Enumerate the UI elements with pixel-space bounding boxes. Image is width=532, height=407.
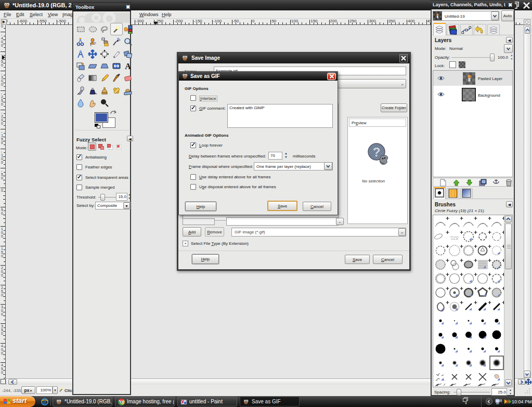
svg-text:?: ? — [373, 145, 381, 159]
svg-text:A: A — [125, 62, 131, 71]
svg-text:circles dbl: circles dbl — [451, 238, 458, 240]
